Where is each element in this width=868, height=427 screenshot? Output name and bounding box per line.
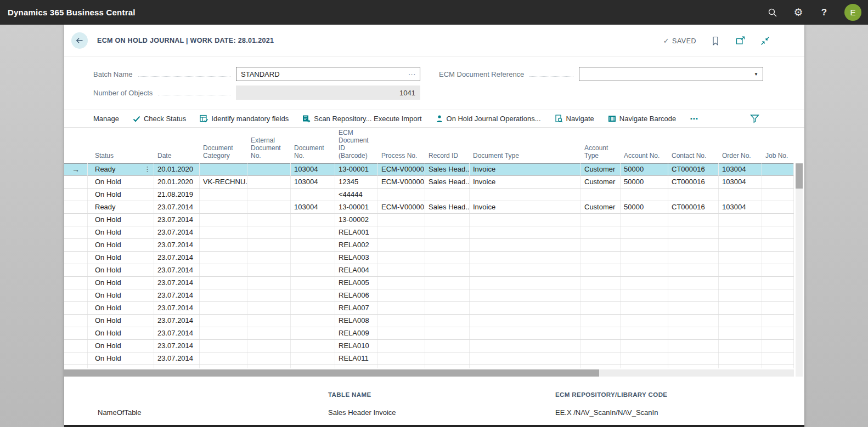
- grid-cell[interactable]: 103004: [719, 176, 762, 188]
- identify-mandatory-fields-button[interactable]: Identify mandatory fields: [200, 115, 289, 123]
- horizontal-scrollbar-thumb[interactable]: [64, 369, 599, 377]
- grid-cell[interactable]: [581, 289, 621, 301]
- grid-cell[interactable]: [762, 163, 794, 175]
- grid-cell[interactable]: [200, 163, 247, 175]
- table-row[interactable]: On Hold23.07.2014RELA004: [64, 264, 794, 277]
- batch-name-assist-button[interactable]: ...: [408, 69, 416, 77]
- grid-cell[interactable]: [668, 252, 719, 264]
- grid-cell[interactable]: [719, 315, 762, 327]
- table-row[interactable]: On Hold23.07.2014RELA001: [64, 226, 794, 239]
- table-row[interactable]: On Hold23.07.2014RELA010: [64, 340, 794, 352]
- grid-cell[interactable]: [200, 201, 247, 213]
- grid-cell[interactable]: [247, 302, 291, 314]
- grid-cell[interactable]: 23.07.2014: [154, 264, 200, 276]
- grid-cell[interactable]: [247, 277, 291, 289]
- grid-cell[interactable]: [425, 214, 470, 226]
- grid-cell[interactable]: [291, 340, 335, 352]
- grid-cell[interactable]: Invoice: [470, 163, 581, 175]
- grid-cell[interactable]: [247, 214, 291, 226]
- grid-cell[interactable]: On Hold: [88, 352, 154, 365]
- grid-cell[interactable]: RELA009: [335, 327, 378, 339]
- grid-cell[interactable]: On Hold: [88, 189, 154, 201]
- grid-cell[interactable]: [425, 352, 470, 365]
- grid-cell[interactable]: CT000016: [668, 176, 719, 188]
- grid-cell[interactable]: On Hold: [88, 252, 154, 264]
- manage-menu[interactable]: Manage: [93, 115, 119, 123]
- grid-cell[interactable]: 103004: [291, 163, 335, 175]
- grid-cell[interactable]: [425, 277, 470, 289]
- grid-cell[interactable]: [668, 315, 719, 327]
- grid-cell[interactable]: [200, 340, 247, 352]
- grid-cell[interactable]: [621, 315, 668, 327]
- grid-cell[interactable]: [762, 277, 794, 289]
- grid-cell[interactable]: [200, 315, 247, 327]
- grid-cell[interactable]: RELA010: [335, 340, 378, 352]
- grid-cell[interactable]: CT000016: [668, 163, 719, 175]
- grid-cell[interactable]: [762, 176, 794, 188]
- grid-cell[interactable]: [378, 214, 425, 226]
- more-options-icon[interactable]: ⋯: [690, 114, 698, 124]
- grid-cell[interactable]: [247, 264, 291, 276]
- table-row[interactable]: On Hold23.07.2014RELA008: [64, 315, 794, 327]
- grid-cell[interactable]: RELA001: [335, 226, 378, 238]
- grid-cell[interactable]: 103004: [291, 201, 335, 213]
- grid-cell[interactable]: [719, 340, 762, 352]
- grid-cell[interactable]: [470, 226, 581, 238]
- grid-cell[interactable]: [581, 239, 621, 251]
- grid-cell[interactable]: On Hold: [88, 277, 154, 289]
- grid-cell[interactable]: [247, 252, 291, 264]
- grid-cell[interactable]: Invoice: [470, 176, 581, 188]
- grid-cell[interactable]: [291, 289, 335, 301]
- grid-cell[interactable]: [581, 189, 621, 201]
- grid-cell[interactable]: [581, 315, 621, 327]
- grid-cell[interactable]: [668, 239, 719, 251]
- grid-cell[interactable]: 23.07.2014: [154, 226, 200, 238]
- grid-cell[interactable]: [378, 226, 425, 238]
- grid-cell[interactable]: 103004: [291, 176, 335, 188]
- grid-cell[interactable]: [581, 340, 621, 352]
- grid-cell[interactable]: 50000: [621, 163, 668, 175]
- navigate-barcode-button[interactable]: Navigate Barcode: [608, 115, 676, 123]
- grid-cell[interactable]: 23.07.2014: [154, 201, 200, 213]
- grid-cell[interactable]: 103004: [719, 201, 762, 213]
- grid-cell[interactable]: [719, 239, 762, 251]
- column-header[interactable]: Process No.: [378, 152, 425, 163]
- grid-cell[interactable]: [200, 289, 247, 301]
- grid-cell[interactable]: <44444: [335, 189, 378, 201]
- grid-cell[interactable]: [581, 327, 621, 339]
- grid-cell[interactable]: 23.07.2014: [154, 252, 200, 264]
- grid-cell[interactable]: [247, 239, 291, 251]
- grid-cell[interactable]: [291, 264, 335, 276]
- grid-cell[interactable]: [668, 352, 719, 365]
- grid-cell[interactable]: 13-00001: [335, 201, 378, 213]
- table-row[interactable]: On Hold23.07.2014RELA011: [64, 352, 794, 365]
- grid-cell[interactable]: [291, 239, 335, 251]
- grid-cell[interactable]: [425, 315, 470, 327]
- grid-cell[interactable]: 20.01.2020: [154, 163, 200, 175]
- grid-cell[interactable]: [719, 189, 762, 201]
- grid-cell[interactable]: [425, 302, 470, 314]
- grid-cell[interactable]: VK-RECHNU...: [200, 176, 247, 188]
- column-header[interactable]: Document Category: [200, 144, 247, 163]
- column-header[interactable]: Order No.: [719, 152, 762, 163]
- grid-cell[interactable]: RELA004: [335, 264, 378, 276]
- grid-cell[interactable]: [247, 327, 291, 339]
- grid-cell[interactable]: [425, 340, 470, 352]
- grid-cell[interactable]: [247, 176, 291, 188]
- column-header[interactable]: ECM Document ID (Barcode): [335, 129, 378, 163]
- grid-cell[interactable]: [668, 214, 719, 226]
- table-row[interactable]: On Hold23.07.2014RELA009: [64, 327, 794, 340]
- grid-cell[interactable]: [425, 289, 470, 301]
- table-row[interactable]: On Hold23.07.2014RELA003: [64, 252, 794, 264]
- grid-cell[interactable]: [200, 252, 247, 264]
- grid-cell[interactable]: [621, 327, 668, 339]
- grid-cell[interactable]: 23.07.2014: [154, 315, 200, 327]
- grid-cell[interactable]: RELA005: [335, 277, 378, 289]
- grid-cell[interactable]: CT000016: [668, 201, 719, 213]
- grid-cell[interactable]: [719, 327, 762, 339]
- grid-cell[interactable]: Sales Head...: [425, 163, 470, 175]
- grid-cell[interactable]: [425, 252, 470, 264]
- grid-cell[interactable]: [247, 189, 291, 201]
- scan-repository-execute-import-button[interactable]: Scan Repository... Execute Import: [302, 115, 421, 123]
- grid-cell[interactable]: [762, 289, 794, 301]
